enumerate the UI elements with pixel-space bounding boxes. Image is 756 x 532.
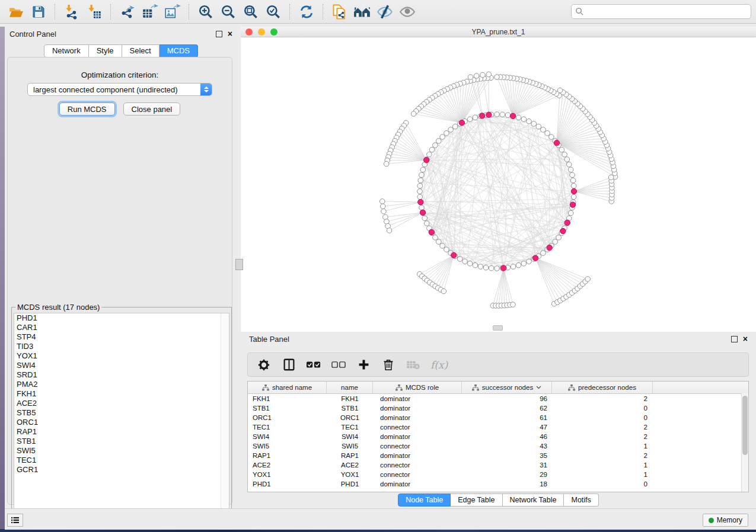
cell-mcds-role: dominator	[373, 395, 462, 402]
result-node[interactable]: ACE2	[14, 399, 229, 408]
show-all-button[interactable]	[397, 2, 417, 21]
result-node[interactable]: GCR1	[14, 465, 229, 475]
cell-predecessor-nodes: 1	[552, 443, 653, 450]
export-network-button[interactable]	[117, 2, 138, 21]
result-list-scrollbar[interactable]	[221, 313, 229, 521]
select-all-columns-button[interactable]	[306, 357, 321, 373]
cell-successor-nodes: 47	[462, 424, 552, 431]
close-panel-icon[interactable]: ×	[743, 336, 748, 342]
ndex-document-icon	[331, 4, 348, 20]
column-header-name[interactable]: name	[327, 382, 373, 393]
refresh-layout-button[interactable]	[296, 2, 317, 21]
float-panel-icon[interactable]	[731, 336, 738, 342]
table-row[interactable]: SWI5SWI5connector431	[248, 441, 748, 451]
show-column-panel-button[interactable]	[281, 357, 296, 373]
result-node[interactable]: PHD1	[14, 313, 229, 323]
result-node[interactable]: YOX1	[14, 351, 229, 361]
horizontal-splitter-handle[interactable]	[493, 325, 503, 331]
tab-network[interactable]: Network	[44, 44, 89, 57]
column-header-successor-nodes[interactable]: successor nodes	[462, 382, 552, 393]
export-table-icon	[142, 4, 158, 20]
cell-successor-nodes: 29	[462, 471, 552, 478]
run-mcds-button[interactable]: Run MCDS	[59, 102, 115, 116]
result-node[interactable]: TID3	[14, 342, 229, 351]
cell-predecessor-nodes: 2	[552, 424, 653, 431]
cell-predecessor-nodes: 2	[552, 433, 653, 440]
table-row[interactable]: ACE2ACE2connector311	[248, 460, 748, 470]
table-row[interactable]: SWI4SWI4dominator462	[248, 432, 748, 441]
memory-button[interactable]: Memory	[703, 514, 748, 527]
result-node[interactable]: TEC1	[14, 456, 229, 465]
result-node[interactable]: SWI4	[14, 361, 229, 370]
hide-selected-button[interactable]	[375, 2, 395, 21]
result-node[interactable]: SWI5	[14, 446, 229, 456]
table-row[interactable]: ORC1ORC1dominator610	[248, 413, 748, 422]
network-graph[interactable]	[241, 37, 756, 332]
export-network-icon	[120, 4, 135, 20]
create-column-button[interactable]	[356, 357, 371, 373]
import-table-icon	[87, 4, 102, 20]
tab-style[interactable]: Style	[89, 44, 122, 57]
cell-name: STB1	[327, 405, 373, 412]
zoom-out-button[interactable]	[218, 2, 238, 21]
result-node[interactable]: STB5	[14, 408, 229, 418]
unselect-all-columns-button[interactable]	[331, 357, 346, 373]
criterion-select[interactable]: largest connected component (undirected)	[27, 83, 212, 96]
tab-network-table[interactable]: Network Table	[503, 493, 564, 507]
result-node[interactable]: FKH1	[14, 389, 229, 399]
float-panel-icon[interactable]	[216, 31, 222, 37]
result-node[interactable]: CAR1	[14, 323, 229, 332]
task-history-button[interactable]	[7, 514, 23, 527]
result-node[interactable]: SRD1	[14, 370, 229, 380]
ndex-export-button[interactable]	[330, 2, 350, 21]
zoom-in-button[interactable]	[196, 2, 216, 21]
cell-predecessor-nodes: 0	[552, 414, 653, 421]
result-node[interactable]: STP4	[14, 332, 229, 342]
zoom-in-icon	[198, 4, 213, 20]
zoom-fit-button[interactable]	[241, 2, 261, 21]
zoom-selected-button[interactable]	[263, 2, 283, 21]
mcds-result-list[interactable]: PHD1CAR1STP4TID3YOX1SWI4SRD1PMA2FKH1ACE2…	[14, 313, 229, 521]
table-settings-button[interactable]	[256, 357, 272, 373]
splitter-grab-handle[interactable]	[235, 259, 243, 270]
checked-boxes-icon	[307, 361, 321, 368]
column-header-shared-name[interactable]: shared name	[248, 382, 327, 393]
desktop-wallpaper-left	[0, 27, 5, 529]
scrollbar-thumb[interactable]	[742, 396, 748, 455]
column-header-mcds-role[interactable]: MCDS role	[373, 382, 462, 393]
export-image-button[interactable]	[162, 2, 183, 21]
save-session-button[interactable]	[28, 2, 49, 21]
import-table-button[interactable]	[84, 2, 104, 21]
table-row[interactable]: STB1STB1dominator620	[248, 403, 748, 413]
tab-edge-table[interactable]: Edge Table	[451, 493, 502, 507]
table-row[interactable]: PHD1PHD1dominator180	[248, 479, 748, 489]
search-input[interactable]	[584, 7, 747, 17]
tab-node-table[interactable]: Node Table	[398, 493, 451, 507]
column-header-predecessor-nodes[interactable]: predecessor nodes	[552, 382, 653, 393]
table-row[interactable]: FKH1FKH1dominator962	[248, 394, 748, 403]
import-network-button[interactable]	[62, 2, 82, 21]
open-file-button[interactable]	[6, 2, 26, 21]
result-node[interactable]: PMA2	[14, 380, 229, 389]
network-canvas[interactable]	[241, 37, 756, 332]
result-node[interactable]: RAP1	[14, 427, 229, 437]
close-panel-button[interactable]: Close panel	[123, 102, 181, 116]
delete-column-button[interactable]	[381, 357, 396, 373]
ndex-browse-button[interactable]	[352, 2, 372, 21]
table-row[interactable]: TEC1TEC1connector472	[248, 422, 748, 432]
table-row[interactable]: YOX1YOX1connector291	[248, 470, 748, 479]
table-scrollbar[interactable]	[741, 393, 748, 492]
table-row[interactable]: RAP1RAP1dominator352	[248, 451, 748, 460]
cell-successor-nodes: 43	[462, 443, 552, 450]
export-table-button[interactable]	[140, 2, 160, 21]
result-node[interactable]: ORC1	[14, 418, 229, 427]
tab-motifs[interactable]: Motifs	[564, 493, 598, 507]
eye-slash-icon	[377, 4, 393, 20]
tab-select[interactable]: Select	[122, 44, 160, 57]
hierarchy-icon	[568, 384, 575, 391]
tab-mcds[interactable]: MCDS	[160, 44, 198, 57]
table-toolbar: f(x)	[247, 352, 749, 377]
close-panel-icon[interactable]: ×	[228, 31, 232, 37]
column-label: MCDS role	[406, 384, 439, 391]
result-node[interactable]: STB1	[14, 437, 229, 446]
